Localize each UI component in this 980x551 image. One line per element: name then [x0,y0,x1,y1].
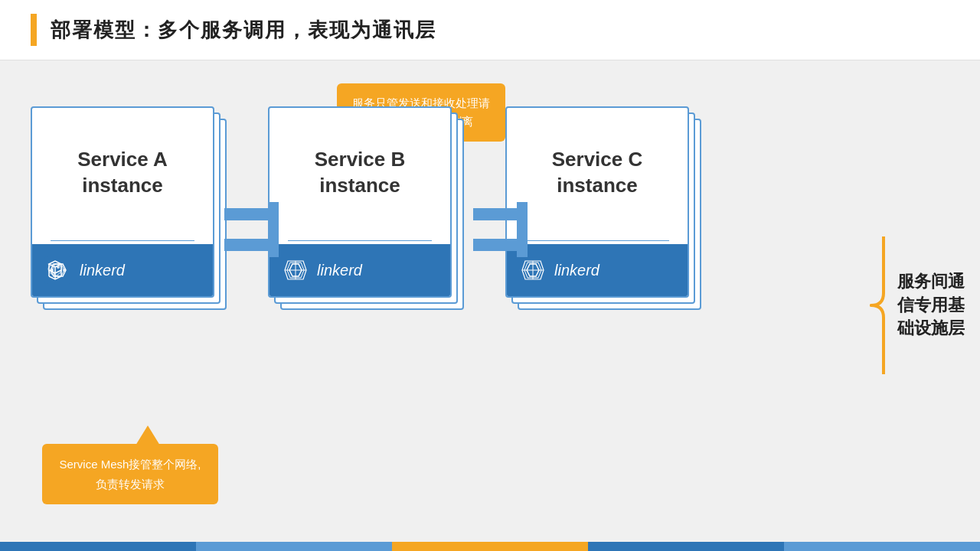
service-b-label: Service Binstance [315,147,406,199]
service-b-stack: Service Binstance linkerd [268,106,467,321]
linkerd-bar-c: linkerd [507,244,688,296]
card-top-c: Service Cinstance [507,108,688,237]
divider-b [288,240,433,241]
main-content: 服务只管发送和接收处理请求，中间环节被剥离 Service Ainstance [0,60,980,550]
bottom-bar [0,542,980,551]
divider-c [525,240,670,241]
right-label-area: 服务间通信专用基础设施层 [865,236,965,374]
divider-a [51,240,195,241]
page-title: 部署模型：多个服务调用，表现为通讯层 [51,17,436,44]
brace-icon [865,236,888,374]
card-main-b: Service Binstance linkerd [268,106,452,298]
card-top-b: Service Binstance [270,108,450,237]
linkerd-bar-b: linkerd [270,244,450,296]
services-area: Service Ainstance [31,106,727,321]
bottom-bar-seg4 [588,542,784,551]
linkerd-label-b: linkerd [317,262,362,279]
service-a-stack: Service Ainstance [31,106,230,321]
linkerd-label-a: linkerd [80,262,125,279]
bottom-bar-seg1 [0,542,196,551]
bottom-bar-seg2 [196,542,392,551]
bottom-bar-seg5 [784,542,980,551]
header: 部署模型：多个服务调用，表现为通讯层 [0,0,980,60]
svg-point-2 [57,266,60,269]
header-accent-bar [31,14,37,46]
right-description: 服务间通信专用基础设施层 [897,270,965,341]
card-main-c: Service Cinstance linkerd [505,106,689,298]
callout-bottom: Service Mesh接管整个网络,负责转发请求 [42,444,218,504]
linkerd-label-c: linkerd [554,262,599,279]
linkerd-icon-b [282,256,309,284]
service-c-stack: Service Cinstance linkerd [505,106,704,321]
linkerd-bar-a: linkerd [32,244,213,296]
linkerd-icon-a [44,256,72,284]
bottom-bar-seg3 [392,542,588,551]
service-c-label: Service Cinstance [552,147,643,199]
card-top-a: Service Ainstance [32,108,213,237]
brace-container [865,236,888,374]
service-a-label: Service Ainstance [77,147,168,199]
card-main-a: Service Ainstance [31,106,214,298]
linkerd-icon-c [519,256,547,284]
